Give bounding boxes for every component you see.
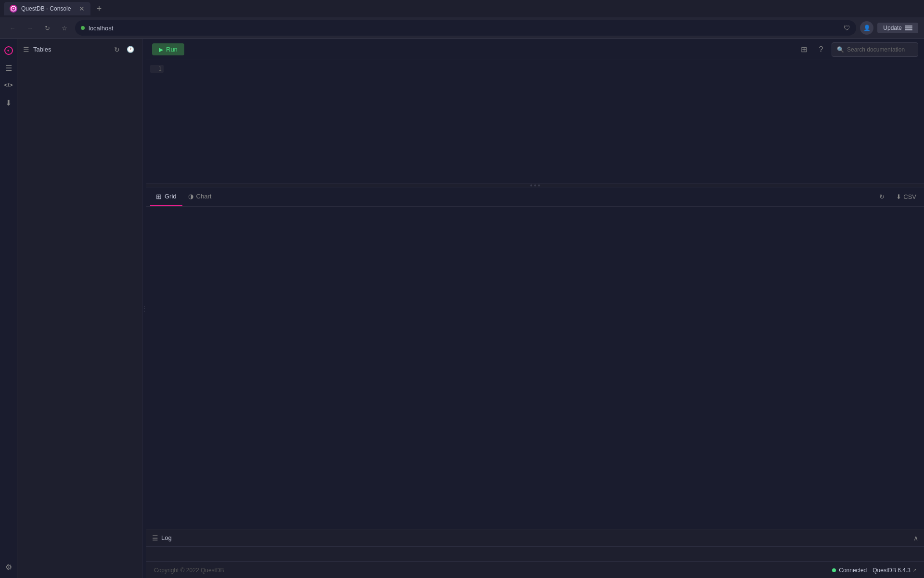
run-play-icon: ▶	[159, 46, 163, 53]
browser-chrome: QuestDB - Console ✕ + ← → ↻ ☆ localhost …	[0, 0, 924, 39]
grid-tab-label: Grid	[165, 193, 177, 200]
refresh-button[interactable]: ↻	[40, 21, 54, 35]
line-number-1: 1	[150, 65, 164, 73]
log-header[interactable]: ☰ Log ∧	[146, 529, 924, 547]
doc-search-placeholder: Search documentation	[847, 46, 905, 53]
version-info[interactable]: QuestDB 6.4.3 ↗	[873, 567, 916, 574]
tab-title: QuestDB - Console	[21, 5, 75, 12]
log-collapse-button[interactable]: ∧	[913, 534, 918, 542]
code-editor[interactable]: 1	[146, 60, 924, 78]
doc-search[interactable]: 🔍 Search documentation	[832, 42, 918, 57]
tables-content	[17, 60, 142, 578]
forward-icon: →	[27, 25, 33, 32]
extensions-icon: ⊞	[801, 45, 807, 54]
refresh-nav-icon: ↻	[45, 25, 50, 32]
active-tab[interactable]: QuestDB - Console ✕	[4, 2, 90, 15]
download-icon: ⬇	[896, 193, 901, 200]
tables-refresh-button[interactable]: ↻	[111, 44, 123, 55]
menu-icon	[905, 26, 912, 30]
csv-label: CSV	[903, 193, 916, 200]
chart-tab-label: Chart	[196, 193, 212, 200]
tab-chart[interactable]: ◑ Chart	[182, 187, 218, 206]
editor-toolbar: ▶ Run ⊞ ? 🔍 Search	[146, 39, 924, 60]
help-icon: ?	[819, 45, 823, 54]
tab-bar: QuestDB - Console ✕ +	[0, 0, 924, 17]
import-icon: ⬇	[5, 98, 12, 107]
update-label: Update	[883, 25, 902, 31]
address-bar-actions: 🛡	[844, 24, 850, 32]
tables-timer-button[interactable]: 🕐	[125, 44, 136, 55]
log-title: Log	[161, 534, 172, 541]
shield-icon: 🛡	[844, 24, 850, 32]
code-lines: 1	[146, 60, 924, 78]
tables-panel-icon: ☰	[23, 46, 29, 53]
csv-download-button[interactable]: ⬇ CSV	[892, 191, 920, 202]
bookmark-button[interactable]: ☆	[58, 21, 71, 35]
connected-dot	[832, 568, 836, 572]
connection-status: Connected	[832, 567, 867, 574]
tables-timer-icon: 🕐	[127, 46, 134, 53]
status-right: Connected QuestDB 6.4.3 ↗	[832, 567, 916, 574]
editor-results-split: ▶ Run ⊞ ? 🔍 Search	[146, 39, 924, 529]
address-text: localhost	[89, 25, 840, 32]
tables-sidebar-icon: ☰	[5, 64, 12, 73]
editor-section: ▶ Run ⊞ ? 🔍 Search	[146, 39, 924, 184]
tab-close-button[interactable]: ✕	[79, 5, 85, 12]
nav-right: 👤 Update	[860, 21, 918, 35]
extensions-button[interactable]: ⊞	[797, 43, 810, 56]
results-tabs-bar: ⊞ Grid ◑ Chart ↻ ⬇	[146, 187, 924, 207]
forward-button[interactable]: →	[23, 21, 37, 35]
tab-favicon	[10, 5, 17, 13]
grid-tab-icon: ⊞	[156, 193, 162, 200]
log-content	[146, 547, 924, 561]
left-panel: ☰ </> ⬇ ⚙ ☰ Tables	[0, 39, 142, 578]
results-section: ⊞ Grid ◑ Chart ↻ ⬇	[146, 187, 924, 529]
secure-dot	[81, 26, 85, 30]
log-icon: ☰	[152, 534, 158, 542]
results-refresh-icon: ↻	[879, 193, 885, 200]
chart-tab-icon: ◑	[188, 193, 193, 200]
new-tab-button[interactable]: +	[92, 2, 106, 15]
address-bar[interactable]: localhost 🛡	[75, 20, 856, 36]
version-text: QuestDB 6.4.3	[873, 567, 911, 574]
tables-panel: ☰ Tables ↻ 🕐	[17, 39, 142, 578]
tables-header: ☰ Tables ↻ 🕐	[17, 39, 142, 60]
update-button[interactable]: Update	[877, 23, 918, 33]
editor-right: ⊞ ? 🔍 Search documentation	[797, 42, 918, 57]
nav-bar: ← → ↻ ☆ localhost 🛡 👤 Update	[0, 17, 924, 39]
run-label: Run	[166, 46, 178, 53]
vertical-resize-handle[interactable]	[142, 39, 146, 578]
app: ☰ </> ⬇ ⚙ ☰ Tables	[0, 39, 924, 578]
run-button[interactable]: ▶ Run	[152, 43, 184, 55]
sidebar-item-import[interactable]: ⬇	[1, 95, 16, 110]
tables-refresh-icon: ↻	[114, 46, 120, 53]
tab-grid[interactable]: ⊞ Grid	[150, 187, 182, 206]
right-panel: ▶ Run ⊞ ? 🔍 Search	[146, 39, 924, 578]
back-button[interactable]: ←	[6, 21, 19, 35]
sidebar-item-tables[interactable]: ☰	[1, 60, 16, 76]
horizontal-resize-handle[interactable]	[146, 184, 924, 187]
results-refresh-button[interactable]: ↻	[875, 191, 888, 202]
results-content	[146, 207, 924, 529]
tables-actions: ↻ 🕐	[111, 44, 136, 55]
icon-sidebar: ☰ </> ⬇ ⚙	[0, 39, 17, 578]
copyright-text: Copyright © 2022 QuestDB	[154, 567, 224, 574]
code-line-1: 1	[146, 64, 924, 74]
profile-icon[interactable]: 👤	[860, 21, 873, 35]
code-icon: </>	[4, 82, 13, 89]
log-panel: ☰ Log ∧	[146, 529, 924, 561]
status-bar: Copyright © 2022 QuestDB Connected Quest…	[146, 561, 924, 578]
sidebar-item-logo[interactable]	[1, 43, 16, 58]
external-link-icon: ↗	[912, 567, 916, 573]
sidebar-item-code[interactable]: </>	[1, 78, 16, 93]
tables-title: Tables	[33, 46, 107, 53]
bookmark-icon: ☆	[62, 25, 67, 32]
connected-label: Connected	[839, 567, 867, 574]
results-actions: ↻ ⬇ CSV	[875, 191, 920, 202]
resize-dots	[530, 184, 540, 186]
sidebar-item-settings[interactable]: ⚙	[1, 559, 16, 575]
doc-search-icon: 🔍	[837, 46, 844, 53]
help-button[interactable]: ?	[814, 43, 828, 56]
split-container: ☰ </> ⬇ ⚙ ☰ Tables	[0, 39, 924, 578]
back-icon: ←	[10, 25, 16, 32]
